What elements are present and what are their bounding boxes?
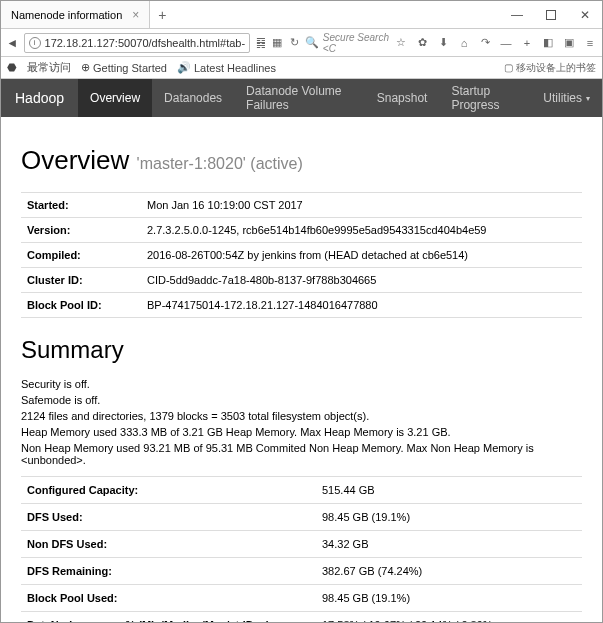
summary-table: Configured Capacity:515.44 GB DFS Used:9… xyxy=(21,476,582,622)
tab-bar: Namenode information × + — ✕ xyxy=(1,1,602,29)
bookmark-latest-headlines[interactable]: 🔊 Latest Headlines xyxy=(177,61,276,74)
nav-snapshot[interactable]: Snapshot xyxy=(365,79,440,117)
row-non-dfs: Non DFS Used:34.32 GB xyxy=(21,531,582,558)
translate-icon[interactable]: ䷿ xyxy=(254,35,267,51)
overview-table: Started:Mon Jan 16 10:19:00 CST 2017 Ver… xyxy=(21,192,582,318)
row-compiled: Compiled:2016-08-26T00:54Z by jenkins fr… xyxy=(21,243,582,268)
zoom-in-icon[interactable]: + xyxy=(519,35,535,51)
pocket-icon[interactable]: ✿ xyxy=(414,35,430,51)
row-started: Started:Mon Jan 16 10:19:00 CST 2017 xyxy=(21,193,582,218)
menu-icon[interactable]: ≡ xyxy=(582,35,598,51)
reader-icon[interactable]: ▦ xyxy=(271,35,284,51)
tab-title: Namenode information xyxy=(11,9,122,21)
bookmark-mobile[interactable]: ▢ 移动设备上的书签 xyxy=(504,61,596,75)
svg-rect-0 xyxy=(547,10,556,19)
row-capacity: Configured Capacity:515.44 GB xyxy=(21,477,582,504)
line-objects: 2124 files and directories, 1379 blocks … xyxy=(21,410,582,422)
brand[interactable]: Hadoop xyxy=(1,79,78,117)
site-info-icon[interactable]: i xyxy=(29,37,41,49)
bookmark-getting-started[interactable]: ⊕ Getting Started xyxy=(81,61,167,74)
line-nonheap: Non Heap Memory used 93.21 MB of 95.31 M… xyxy=(21,442,582,466)
minimize-button[interactable]: — xyxy=(500,1,534,28)
new-tab-button[interactable]: + xyxy=(150,1,174,28)
zoom-out-icon[interactable]: — xyxy=(498,35,514,51)
chevron-down-icon: ▾ xyxy=(586,94,590,103)
maximize-button[interactable] xyxy=(534,1,568,28)
nav-overview[interactable]: Overview xyxy=(78,79,152,117)
window-controls: — ✕ xyxy=(500,1,602,28)
main-nav: Hadoop Overview Datanodes Datanode Volum… xyxy=(1,79,602,117)
row-dfs-used: DFS Used:98.45 GB (19.1%) xyxy=(21,504,582,531)
browser-tab[interactable]: Namenode information × xyxy=(1,1,150,28)
row-dn-usages: DataNodes usages% (Min/Median/Max/stdDev… xyxy=(21,612,582,623)
page-body: Overview 'master-1:8020' (active) Starte… xyxy=(1,117,602,622)
back-button[interactable]: ◄ xyxy=(5,34,20,52)
home-icon[interactable]: ⌂ xyxy=(456,35,472,51)
line-security: Security is off. xyxy=(21,378,582,390)
nav-volume-failures[interactable]: Datanode Volume Failures xyxy=(234,79,365,117)
page-content[interactable]: Hadoop Overview Datanodes Datanode Volum… xyxy=(1,79,602,622)
firefox-icon: ⬣ xyxy=(7,61,17,74)
overview-heading: Overview 'master-1:8020' (active) xyxy=(21,145,582,176)
row-bp-used: Block Pool Used:98.45 GB (19.1%) xyxy=(21,585,582,612)
nav-utilities[interactable]: Utilities▾ xyxy=(531,79,602,117)
row-block-pool-id: Block Pool ID:BP-474175014-172.18.21.127… xyxy=(21,293,582,318)
line-safemode: Safemode is off. xyxy=(21,394,582,406)
summary-lines: Security is off. Safemode is off. 2124 f… xyxy=(21,378,582,466)
bookmark-most-visited[interactable]: 最常访问 xyxy=(27,60,71,75)
close-window-button[interactable]: ✕ xyxy=(568,1,602,28)
line-heap: Heap Memory used 333.3 MB of 3.21 GB Hea… xyxy=(21,426,582,438)
sync-icon[interactable]: ↷ xyxy=(477,35,493,51)
nav-datanodes[interactable]: Datanodes xyxy=(152,79,234,117)
ext1-icon[interactable]: ◧ xyxy=(540,35,556,51)
row-dfs-remaining: DFS Remaining:382.67 GB (74.24%) xyxy=(21,558,582,585)
search-placeholder: Secure Search <C xyxy=(323,32,389,54)
summary-heading: Summary xyxy=(21,336,582,364)
bookmarks-bar: ⬣ 最常访问 ⊕ Getting Started 🔊 Latest Headli… xyxy=(1,57,602,79)
overview-sub: 'master-1:8020' (active) xyxy=(137,155,303,172)
download-icon[interactable]: ⬇ xyxy=(435,35,451,51)
url-text: 172.18.21.127:50070/dfshealth.html#tab- xyxy=(45,37,246,49)
nav-startup[interactable]: Startup Progress xyxy=(439,79,531,117)
address-bar: ◄ i 172.18.21.127:50070/dfshealth.html#t… xyxy=(1,29,602,57)
ext2-icon[interactable]: ▣ xyxy=(561,35,577,51)
url-input[interactable]: i 172.18.21.127:50070/dfshealth.html#tab… xyxy=(24,33,251,53)
browser-window: Namenode information × + — ✕ ◄ i 172.18.… xyxy=(0,0,603,623)
search-icon[interactable]: 🔍 xyxy=(305,35,319,51)
reload-icon[interactable]: ↻ xyxy=(288,35,301,51)
row-cluster-id: Cluster ID:CID-5dd9addc-7a18-480b-8137-9… xyxy=(21,268,582,293)
close-tab-icon[interactable]: × xyxy=(132,8,139,22)
row-version: Version:2.7.3.2.5.0.0-1245, rcb6e514b14f… xyxy=(21,218,582,243)
toolbar-right: ☆ ✿ ⬇ ⌂ ↷ — + ◧ ▣ ≡ xyxy=(393,35,598,51)
star-icon[interactable]: ☆ xyxy=(393,35,409,51)
